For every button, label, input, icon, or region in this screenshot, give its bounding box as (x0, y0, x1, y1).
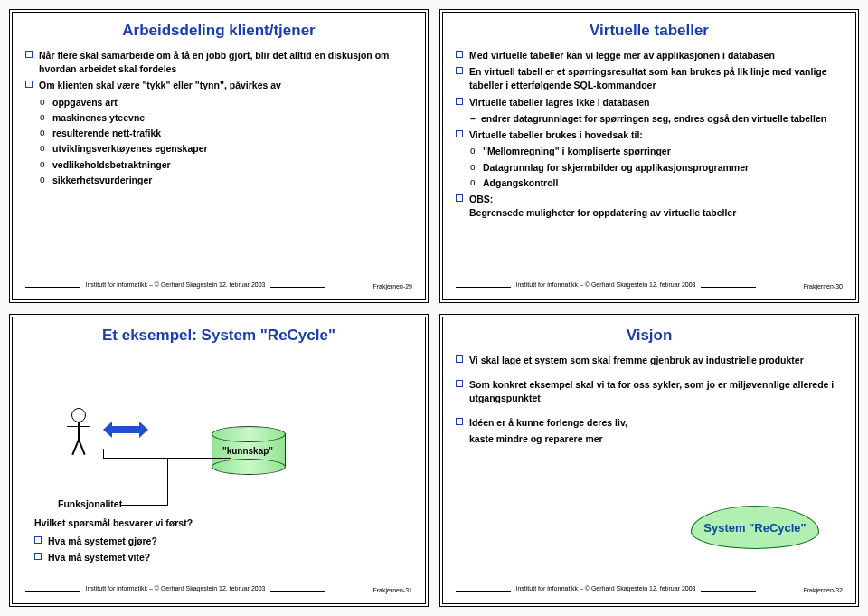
slide-footer: Institutt for informatikk – © Gerhard Sk… (13, 585, 425, 598)
bullet: En virtuell tabell er et spørringsresult… (456, 65, 843, 92)
sub-bullet: Adgangskontroll (456, 176, 843, 190)
footer-credit: Institutt for informatikk – © Gerhard Sk… (80, 585, 271, 592)
connector-line (103, 449, 104, 458)
cloud-label: System "ReCycle" (691, 506, 819, 549)
connector-line (167, 458, 168, 505)
connector-line (103, 458, 167, 459)
sub-bullet: Datagrunnlag for skjermbilder og applika… (456, 161, 843, 175)
double-arrow-icon (103, 422, 148, 438)
footer-credit: Institutt for informatikk – © Gerhard Sk… (511, 281, 702, 288)
bullet: Virtuelle tabeller brukes i hovedsak til… (456, 128, 843, 142)
stickfigure-icon (67, 408, 90, 460)
bullet-continuation: kaste mindre og reparere mer (456, 432, 843, 446)
bullet: Med virtuelle tabeller kan vi legge mer … (456, 49, 843, 62)
bullet: Hva må systemet vite? (34, 551, 193, 564)
funksjonalitet-label: Funksjonalitet (58, 498, 122, 509)
slide-grid: Arbeidsdeling klient/tjener Når flere sk… (9, 9, 859, 607)
slide-32: Visjon Vi skal lage et system som skal f… (439, 314, 859, 608)
sub-bullet: "Mellomregning" i kompliserte spørringer (456, 145, 843, 158)
sub-bullet: maskinenes yteevne (25, 111, 412, 125)
sub-bullet: utviklingsverktøyenes egenskaper (25, 142, 412, 156)
bullet: OBS: Begrensede muligheter for oppdateri… (456, 193, 843, 220)
slide-title: Visjon (456, 327, 843, 345)
footer-credit: Institutt for informatikk – © Gerhard Sk… (80, 281, 271, 288)
bullet: Hva må systemet gjøre? (34, 535, 193, 548)
bullet: Som konkret eksempel skal vi ta for oss … (456, 378, 843, 405)
slide-31: Et eksempel: System "ReCycle" "kunnskap"… (9, 314, 429, 608)
sub-bullet: oppgavens art (25, 96, 412, 109)
sub-bullet: sikkerhetsvurderinger (25, 174, 412, 187)
dash-bullet: endrer datagrunnlaget for spørringen seg… (456, 112, 843, 126)
bullet: Idéen er å kunne forlenge deres liv, (456, 416, 843, 430)
sub-bullet: vedlikeholdsbetraktninger (25, 158, 412, 172)
slide-footer: Institutt for informatikk – © Gerhard Sk… (443, 585, 855, 598)
slide-footer: Institutt for informatikk – © Gerhard Sk… (13, 281, 425, 294)
database-icon: "kunnskap" (212, 426, 284, 469)
bullet: Virtuelle tabeller lagres ikke i databas… (456, 96, 843, 109)
footer-credit: Institutt for informatikk – © Gerhard Sk… (511, 585, 702, 592)
database-label: "kunnskap" (212, 446, 284, 456)
slide-title: Arbeidsdeling klient/tjener (25, 22, 412, 40)
slide-29: Arbeidsdeling klient/tjener Når flere sk… (9, 9, 429, 303)
bullet: Når flere skal samarbeide om å få en job… (25, 49, 412, 76)
connector-line (121, 505, 168, 506)
slide-30: Virtuelle tabeller Med virtuelle tabelle… (439, 9, 859, 303)
question-heading: Hvilket spørsmål besvarer vi først? (34, 516, 193, 530)
connector-line (167, 458, 231, 459)
slide-title: Et eksempel: System "ReCycle" (25, 327, 412, 345)
sub-bullet: resulterende nett-trafikk (25, 127, 412, 140)
slide-footer: Institutt for informatikk – © Gerhard Sk… (443, 281, 855, 294)
bullet: Om klienten skal være "tykk" eller "tynn… (25, 79, 412, 92)
bullet: Vi skal lage et system som skal fremme g… (456, 354, 843, 367)
slide-title: Virtuelle tabeller (456, 22, 843, 40)
